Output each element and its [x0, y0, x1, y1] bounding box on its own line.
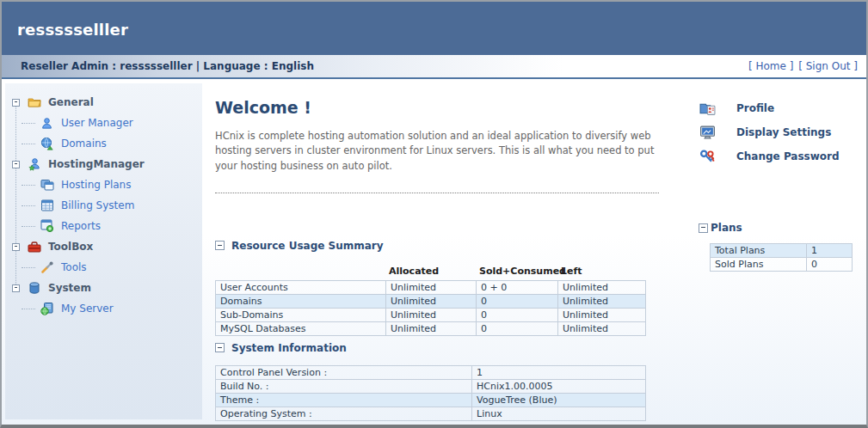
admin-info-text: Reseller Admin : ressssselller | Languag…	[21, 60, 314, 72]
table-row: Total Plans1	[711, 244, 853, 258]
sidebar-section-system[interactable]: System	[10, 278, 202, 298]
change-password-icon	[699, 148, 716, 165]
table-cell-value: HCnix1.00.0005	[472, 379, 646, 393]
table-cell: User Accounts	[216, 280, 386, 294]
quicklink-display-settings[interactable]: Display Settings	[699, 120, 858, 144]
sidebar-item-label: My Server	[61, 303, 114, 315]
admin-bar: Reseller Admin : ressssselller | Languag…	[2, 55, 866, 79]
table-cell: 0	[477, 294, 558, 308]
table-cell-value: 1	[472, 365, 646, 379]
table-cell-label: Build No. :	[216, 379, 472, 393]
quick-links: ProfileDisplay SettingsChange Password	[699, 96, 858, 168]
table-cell: Unlimited	[558, 280, 646, 294]
tree-collapse-icon[interactable]	[12, 243, 20, 251]
resource-summary-title: Resource Usage Summary	[231, 240, 384, 252]
sidebar-item-my-server[interactable]: My Server	[10, 298, 202, 319]
table-cell: Unlimited	[386, 321, 477, 335]
hosting-manager-icon	[27, 157, 41, 172]
system-information-header: System Information	[215, 342, 659, 354]
sidebar-section-label: HostingManager	[48, 158, 145, 170]
sidebar-item-tools[interactable]: Tools	[10, 257, 202, 278]
billing-system-icon	[40, 199, 54, 213]
table-cell: 0	[477, 308, 558, 321]
sidebar-item-label: Tools	[61, 261, 87, 273]
table-cell: MySQL Databases	[216, 321, 386, 335]
plans-table: Total Plans1Sold Plans0	[710, 243, 853, 272]
table-cell-value: VogueTree (Blue)	[472, 393, 646, 407]
table-row: Control Panel Version :1	[216, 365, 646, 379]
main-content: Welcome ! HCnix is complete hosting auto…	[215, 98, 659, 421]
app-header: ressssselller	[2, 2, 866, 55]
dotted-separator	[215, 193, 659, 193]
table-row: Sold Plans0	[711, 258, 853, 272]
table-cell: Unlimited	[386, 280, 477, 294]
tools-icon	[40, 260, 54, 275]
user-icon	[40, 116, 54, 131]
table-cell-value: 0	[807, 258, 853, 272]
table-cell: Unlimited	[386, 294, 477, 308]
table-row: MySQL DatabasesUnlimited0Unlimited	[216, 321, 646, 335]
table-cell-value: 1	[807, 244, 853, 258]
quicklink-profile[interactable]: Profile	[699, 96, 858, 120]
toolbox-icon	[27, 240, 41, 254]
sidebar-item-hosting-plans[interactable]: Hosting Plans	[10, 174, 202, 195]
table-cell: 0 + 0	[477, 280, 558, 294]
column-header-sold-consumed: Sold+Consumed	[476, 266, 557, 277]
collapse-minus-icon[interactable]	[699, 223, 708, 233]
sidebar-item-label: Reports	[61, 220, 101, 232]
table-row: Build No. :HCnix1.00.0005	[216, 379, 646, 393]
collapse-minus-icon[interactable]	[215, 343, 225, 352]
signout-link[interactable]: [ Sign Out ]	[798, 60, 858, 72]
quicklink-label: Change Password	[736, 150, 840, 162]
quicklink-label: Display Settings	[736, 126, 831, 138]
collapse-minus-icon[interactable]	[215, 241, 225, 250]
plans-title: Plans	[711, 222, 742, 234]
table-row: DomainsUnlimited0Unlimited	[216, 294, 646, 308]
table-cell-label: Control Panel Version :	[216, 365, 472, 379]
sidebar-item-billing-system[interactable]: Billing System	[10, 195, 202, 216]
sidebar-item-domains[interactable]: Domains	[10, 133, 202, 154]
table-cell: Unlimited	[558, 321, 646, 335]
sidebar-section-label: ToolBox	[48, 241, 93, 253]
tree-collapse-icon[interactable]	[12, 161, 20, 168]
table-cell: Domains	[216, 294, 386, 308]
table-cell: 0	[477, 321, 558, 335]
system-information-table: Control Panel Version :1Build No. :HCnix…	[215, 365, 646, 421]
table-row: Theme :VogueTree (Blue)	[216, 393, 646, 407]
tree-collapse-icon[interactable]	[12, 284, 20, 292]
page-body: GeneralUser ManagerDomainsHostingManager…	[2, 81, 866, 425]
quicklink-change-password[interactable]: Change Password	[699, 144, 858, 168]
home-link[interactable]: [ Home ]	[748, 60, 793, 72]
resource-summary-column-headers: AllocatedSold+ConsumedLeft	[215, 266, 659, 280]
reports-icon	[40, 219, 54, 234]
welcome-text: HCnix is complete hosting automation sol…	[215, 129, 656, 174]
sidebar-nav: GeneralUser ManagerDomainsHostingManager…	[5, 83, 202, 419]
table-row: Sub-DomainsUnlimited0Unlimited	[216, 308, 646, 321]
system-icon	[27, 281, 41, 296]
folder-icon	[27, 95, 41, 110]
sidebar-item-reports[interactable]: Reports	[10, 216, 202, 236]
domains-icon	[40, 137, 54, 151]
table-cell-label: Sold Plans	[711, 258, 807, 272]
right-panel: ProfileDisplay SettingsChange Password P…	[699, 96, 858, 272]
sidebar-section-label: System	[48, 282, 91, 294]
sidebar-section-general[interactable]: General	[10, 92, 202, 113]
sidebar-item-user-manager[interactable]: User Manager	[10, 113, 202, 133]
table-cell: Unlimited	[386, 308, 477, 321]
tree-collapse-icon[interactable]	[12, 99, 20, 107]
nav-tree: GeneralUser ManagerDomainsHostingManager…	[5, 83, 202, 319]
sidebar-item-label: User Manager	[61, 117, 133, 129]
hosting-plans-icon	[40, 178, 54, 193]
table-row: User AccountsUnlimited0 + 0Unlimited	[216, 280, 646, 294]
welcome-heading: Welcome !	[215, 98, 659, 117]
resource-summary-header: Resource Usage Summary	[215, 240, 659, 252]
display-settings-icon	[699, 124, 716, 141]
quicklink-label: Profile	[736, 102, 774, 114]
page-title: ressssselller	[17, 21, 128, 39]
sidebar-section-toolbox[interactable]: ToolBox	[10, 236, 202, 257]
table-cell: Unlimited	[558, 294, 646, 308]
table-cell: Sub-Domains	[216, 308, 386, 321]
plans-header: Plans	[699, 222, 858, 234]
table-cell-label: Total Plans	[711, 244, 807, 258]
sidebar-section-hostingmanager[interactable]: HostingManager	[10, 154, 202, 174]
